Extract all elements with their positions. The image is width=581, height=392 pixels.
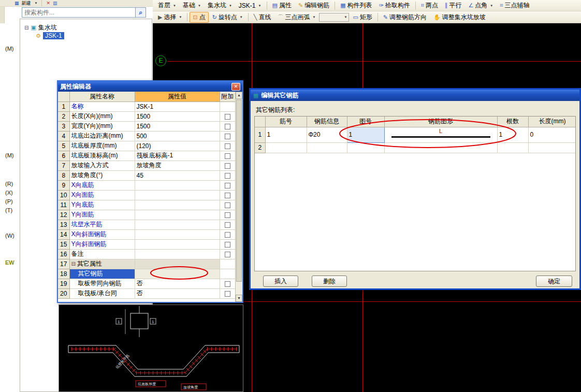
prop-value-cell[interactable]: 筏板底标高-1 <box>135 151 220 161</box>
prop-value-cell[interactable]: 1500 <box>135 121 220 131</box>
prop-value-cell[interactable]: 否 <box>135 288 220 298</box>
prop-name-cell[interactable]: X向面筋 <box>69 190 135 200</box>
prop-value-cell[interactable]: 否 <box>135 279 220 288</box>
tree-node-sump[interactable]: ⊟ ▣ 集水坑 <box>24 23 57 32</box>
extra-checkbox[interactable] <box>225 212 230 218</box>
tree-node-jsk1[interactable]: ⚙ JSK-1 <box>36 32 64 39</box>
prop-group-cell[interactable]: ⊟其它属性 <box>69 259 135 269</box>
expander-icon[interactable]: ⊟ <box>24 25 28 31</box>
fig-no-cell[interactable] <box>347 142 384 153</box>
new-icon[interactable]: ▦ <box>14 1 19 6</box>
adjust-sump-slope-button[interactable]: ✋调整集水坑放坡 <box>430 12 489 23</box>
scrollbar[interactable]: ▲ ▼ <box>235 92 242 302</box>
extra-checkbox[interactable] <box>225 173 230 179</box>
prop-value-cell[interactable] <box>135 210 220 220</box>
search-input[interactable] <box>22 7 136 18</box>
extra-checkbox[interactable] <box>225 202 230 208</box>
prop-value-cell[interactable] <box>135 220 220 229</box>
tree-node-label-selected[interactable]: JSK-1 <box>43 32 64 39</box>
type-combo[interactable]: 集水坑▼ <box>205 0 235 11</box>
arc-option-combo[interactable]: ▼ <box>319 13 349 22</box>
prop-value-cell[interactable]: 500 <box>135 131 220 141</box>
property-editor-titlebar[interactable]: 属性编辑器 ✕ <box>58 81 242 92</box>
prop-name-cell-selected[interactable]: 其它钢筋 <box>69 269 135 279</box>
three-point-aux-button[interactable]: ⌗三点辅轴 <box>497 0 532 11</box>
element-combo[interactable]: JSK-1▼ <box>236 1 265 10</box>
extra-checkbox[interactable] <box>225 232 230 238</box>
prop-value-cell[interactable] <box>135 229 220 239</box>
length-cell[interactable] <box>528 142 576 153</box>
prop-name-cell[interactable]: 名称 <box>69 101 135 111</box>
rebar-info-cell[interactable]: Φ20 <box>307 127 347 142</box>
new-button[interactable]: 新建 <box>22 0 31 7</box>
prop-value-cell[interactable]: 1500 <box>135 111 220 121</box>
select-button[interactable]: ▶选择▼ <box>155 12 185 23</box>
extra-checkbox[interactable] <box>225 291 230 297</box>
extra-checkbox[interactable] <box>225 114 230 120</box>
ok-button[interactable]: 确定 <box>536 275 572 287</box>
bar-no-cell[interactable] <box>265 142 307 153</box>
rebar-info-cell[interactable] <box>307 142 347 153</box>
rebar-shape-cell[interactable] <box>384 142 497 153</box>
category-combo[interactable]: 基础▼ <box>180 0 204 11</box>
extra-checkbox[interactable] <box>225 193 230 198</box>
prop-value-cell[interactable] <box>135 180 220 190</box>
prop-value-cell[interactable] <box>135 269 220 279</box>
scrollbar-thumb[interactable] <box>236 99 242 282</box>
rect-button[interactable]: ▭矩形 <box>350 12 375 23</box>
count-cell[interactable]: 1 <box>497 127 528 142</box>
insert-button[interactable]: 插入 <box>263 275 298 287</box>
extra-checkbox[interactable] <box>225 124 230 129</box>
extra-checkbox[interactable] <box>225 163 230 169</box>
scroll-down-icon[interactable]: ▼ <box>236 295 242 302</box>
fig-no-cell-selected[interactable]: 1 <box>347 127 384 142</box>
line-button[interactable]: ╲直线 <box>251 12 274 23</box>
prop-name-cell[interactable]: 坑壁水平筋 <box>69 220 135 229</box>
prop-value-cell[interactable] <box>135 200 220 210</box>
prop-name-cell[interactable]: 长度(X向)(mm) <box>69 111 135 121</box>
component-list-button[interactable]: ▦构件列表 <box>337 0 375 11</box>
close-button[interactable]: ✕ <box>231 83 240 91</box>
bar-no-cell[interactable]: 1 <box>265 127 307 142</box>
pick-component-button[interactable]: ✑拾取构件 <box>376 0 413 11</box>
edit-rebar-button[interactable]: ✎编辑钢筋 <box>295 0 332 11</box>
search-button[interactable]: ⌕ <box>136 7 146 18</box>
extra-checkbox[interactable] <box>225 183 230 188</box>
point-angle-button[interactable]: ∠点角▼ <box>465 0 496 11</box>
adjust-rebar-dir-button[interactable]: ✎调整钢筋方向 <box>380 12 430 23</box>
rebar-shape-cell[interactable]: L <box>384 127 497 142</box>
prop-value-cell[interactable] <box>135 239 220 249</box>
count-cell[interactable] <box>497 142 528 153</box>
prop-value-cell[interactable]: 45 <box>135 170 220 180</box>
prop-value-cell[interactable]: JSK-1 <box>135 101 220 111</box>
two-point-button[interactable]: ⌗两点 <box>418 0 441 11</box>
extra-checkbox[interactable] <box>225 222 230 228</box>
prop-name-cell[interactable]: 坑底出边距离(mm) <box>69 131 135 141</box>
prop-name-cell[interactable]: Y向面筋 <box>69 210 135 220</box>
parallel-button[interactable]: ∥平行 <box>442 0 465 11</box>
extra-checkbox[interactable] <box>225 242 230 248</box>
delete-button[interactable]: 删除 <box>312 275 347 287</box>
expander-icon[interactable]: ⊟ <box>71 261 76 267</box>
property-button[interactable]: ▤属性 <box>269 0 295 11</box>
rotate-point-button[interactable]: ↻旋转点▼ <box>209 12 246 23</box>
extra-checkbox[interactable] <box>225 281 230 287</box>
page-icon[interactable]: ▥ <box>53 1 57 6</box>
dialog-titlebar[interactable]: ▦ 编辑其它钢筋 <box>251 90 579 101</box>
chevron-down-icon[interactable]: ▼ <box>35 2 38 5</box>
prop-name-cell[interactable]: X向底筋 <box>69 180 135 190</box>
extra-checkbox[interactable] <box>225 134 230 139</box>
prop-name-cell[interactable]: 放坡角度(°) <box>69 170 135 180</box>
prop-name-cell[interactable]: Y向斜面钢筋 <box>69 239 135 249</box>
prop-value-cell[interactable]: 放坡角度 <box>135 161 220 170</box>
prop-name-cell[interactable]: 宽度(Y向)(mm) <box>69 121 135 131</box>
delete-icon[interactable]: ✕ <box>46 1 50 6</box>
extra-checkbox[interactable] <box>225 153 230 159</box>
prop-value-cell[interactable] <box>135 249 220 259</box>
length-cell[interactable]: 0 <box>528 127 576 142</box>
arc3-button[interactable]: ⌒三点画弧▼ <box>274 12 318 23</box>
prop-value-cell[interactable] <box>135 190 220 200</box>
prop-name-cell[interactable]: 坑底板厚度(mm) <box>69 141 135 151</box>
prop-name-cell[interactable]: 备注 <box>69 249 135 259</box>
floor-combo[interactable]: 首层▼ <box>155 0 179 11</box>
